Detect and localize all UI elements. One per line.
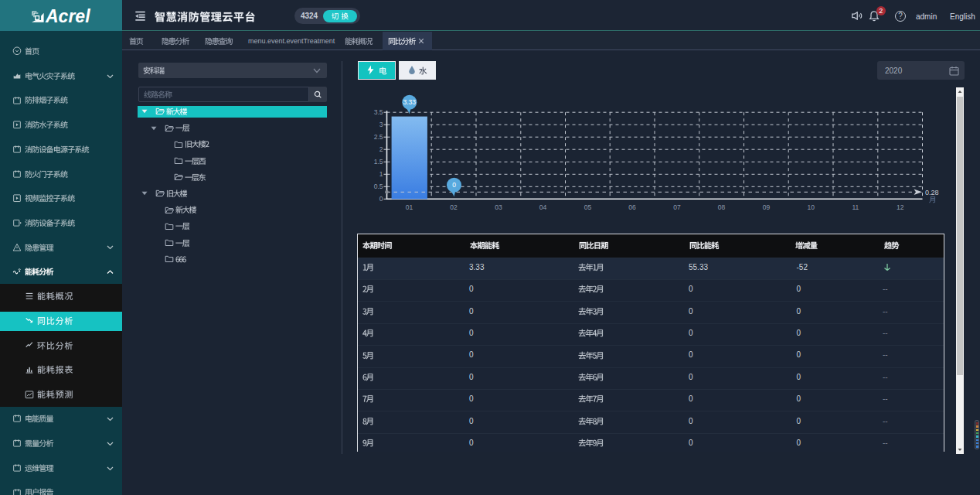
svg-text:04: 04 <box>539 203 547 211</box>
svg-text:2.5: 2.5 <box>374 133 383 141</box>
svg-text:0.5: 0.5 <box>374 183 383 190</box>
svg-text:2: 2 <box>379 145 383 153</box>
svg-text:03: 03 <box>495 203 502 211</box>
svg-text:10: 10 <box>807 203 815 211</box>
svg-text:12: 12 <box>897 203 904 211</box>
svg-text:08: 08 <box>718 203 726 211</box>
svg-text:1.5: 1.5 <box>374 158 383 166</box>
svg-text:3: 3 <box>379 121 383 128</box>
svg-text:02: 02 <box>450 203 458 211</box>
svg-text:05: 05 <box>584 203 592 211</box>
svg-text:01: 01 <box>406 203 413 211</box>
svg-text:3.5: 3.5 <box>374 108 383 116</box>
svg-text:0: 0 <box>379 195 383 203</box>
svg-text:11: 11 <box>852 203 859 211</box>
svg-text:06: 06 <box>628 203 636 211</box>
svg-text:1: 1 <box>379 170 383 178</box>
svg-text:3.33: 3.33 <box>403 98 417 106</box>
svg-text:07: 07 <box>673 203 681 211</box>
svg-text:09: 09 <box>763 203 771 211</box>
svg-text:0: 0 <box>452 181 456 189</box>
